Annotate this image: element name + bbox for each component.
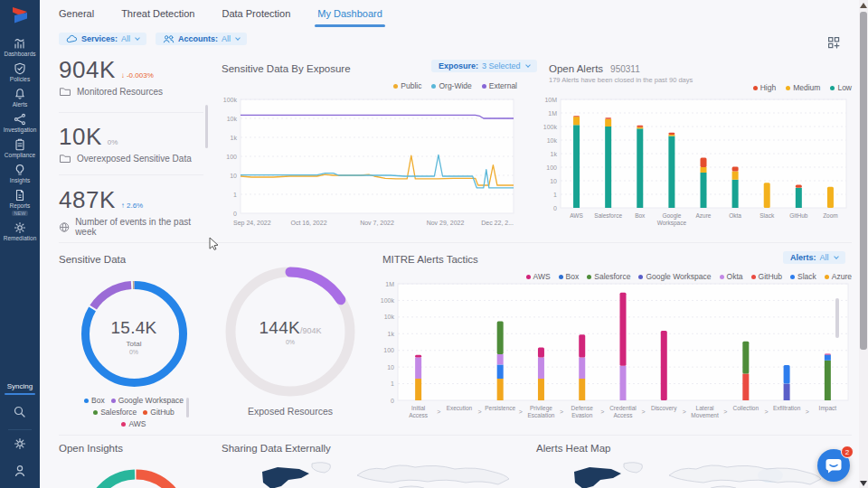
search-button[interactable] xyxy=(13,405,27,423)
svg-text:Defense: Defense xyxy=(571,405,594,411)
stats-scrollbar[interactable] xyxy=(205,105,208,148)
sidebar-item-alerts[interactable]: Alerts xyxy=(13,88,28,108)
legend-item[interactable]: GitHub xyxy=(143,408,174,417)
svg-text:1k: 1k xyxy=(231,135,238,141)
svg-text:1: 1 xyxy=(553,192,557,198)
chevron-down-icon xyxy=(135,35,140,41)
tab-general[interactable]: General xyxy=(59,0,94,27)
people-icon xyxy=(163,34,175,43)
svg-text:Movement: Movement xyxy=(691,412,719,418)
svg-text:Persistence: Persistence xyxy=(485,405,515,411)
svg-text:10: 10 xyxy=(550,178,557,184)
alerts-heatmap-map xyxy=(533,461,834,488)
svg-text:>: > xyxy=(764,408,768,415)
mitre-bar-chart: 01101001k10k100k1MInitialAccess>Executio… xyxy=(374,278,854,427)
sidebar-item-remediation[interactable]: Remediation xyxy=(4,221,37,241)
exposure-dropdown[interactable]: Exposure: 3 Selected xyxy=(431,60,537,72)
divider xyxy=(59,174,203,175)
legend-item[interactable]: AWS xyxy=(121,419,146,428)
svg-text:1k: 1k xyxy=(551,151,558,157)
sidebar-item-label: Alerts xyxy=(13,101,28,108)
svg-text:Google: Google xyxy=(662,212,681,220)
mitre-alerts-dropdown[interactable]: Alerts: All xyxy=(783,251,845,264)
app-logo[interactable] xyxy=(8,5,32,32)
syncing-progress-bar xyxy=(5,393,35,396)
svg-text:>: > xyxy=(519,408,523,415)
profile-button[interactable] xyxy=(13,464,27,482)
svg-text:0: 0 xyxy=(553,205,557,211)
legend-item[interactable]: Medium xyxy=(786,83,820,92)
settings-button[interactable] xyxy=(13,436,27,455)
divider xyxy=(59,112,203,113)
add-widget-button[interactable] xyxy=(828,36,840,52)
exposure-line-chart: 01101001k10k100kSep 24, 2022Oct 16, 2022… xyxy=(217,92,517,230)
svg-text:Azure: Azure xyxy=(696,212,712,219)
exposed-resources-gauge xyxy=(224,266,356,398)
app-root: Dashboards Policies Alerts Investigation xyxy=(0,0,868,488)
folder-icon xyxy=(59,154,71,164)
open-insights-donut xyxy=(57,464,215,488)
svg-text:100k: 100k xyxy=(543,124,558,130)
svg-text:10: 10 xyxy=(230,173,237,179)
stat-monitored-resources: 904K ↓ -0.003% Monitored Resources xyxy=(59,58,205,97)
legend-item[interactable]: Public xyxy=(393,81,421,90)
tab-data-protection[interactable]: Data Protection xyxy=(222,0,290,27)
scroll-down-arrow[interactable] xyxy=(860,481,867,486)
divider xyxy=(8,429,32,430)
sidebar-item-label: Investigation xyxy=(4,127,37,133)
svg-text:100: 100 xyxy=(226,154,237,160)
dashboards-icon xyxy=(14,37,26,50)
legend-item[interactable]: Org-Wide xyxy=(431,81,471,90)
world-map xyxy=(222,461,522,488)
legend-scrollbar[interactable] xyxy=(186,398,189,418)
exposure-dropdown-label: Exposure: xyxy=(439,61,478,70)
svg-text:10: 10 xyxy=(387,364,394,371)
scrollbar-thumb[interactable] xyxy=(860,12,867,350)
lightbulb-icon xyxy=(14,164,26,176)
sidebar-item-investigation[interactable]: Investigation xyxy=(4,113,37,133)
stat-value: 904K xyxy=(59,58,116,81)
page-scrollbar[interactable] xyxy=(859,0,868,488)
services-filter[interactable]: Services: All xyxy=(59,33,146,45)
svg-text:Oct 16, 2022: Oct 16, 2022 xyxy=(290,220,326,226)
tab-threat-detection[interactable]: Threat Detection xyxy=(121,0,194,27)
open-alerts-header: Open Alerts 950311 xyxy=(549,63,640,74)
tab-my-dashboard[interactable]: My Dashboard xyxy=(317,0,382,27)
svg-text:Nov 29, 2022: Nov 29, 2022 xyxy=(427,220,465,226)
chat-unread-badge: 2 xyxy=(841,446,854,458)
svg-text:Access: Access xyxy=(409,412,429,418)
sidebar-item-insights[interactable]: Insights xyxy=(10,164,30,183)
mitre-dropdown-value: All xyxy=(820,253,829,262)
sidebar-item-dashboards[interactable]: Dashboards xyxy=(4,37,35,57)
svg-text:>: > xyxy=(642,408,646,415)
stat-overexposed-data: 10K 0% Overexposed Sensitive Data xyxy=(59,125,205,164)
svg-text:10k: 10k xyxy=(227,116,238,122)
stat-delta: 0% xyxy=(108,138,118,146)
accounts-filter[interactable]: Accounts: All xyxy=(156,33,247,45)
svg-text:Exfiltration: Exfiltration xyxy=(773,405,801,411)
sidebar-item-compliance[interactable]: Compliance xyxy=(5,138,35,158)
sidebar-item-policies[interactable]: Policies xyxy=(10,62,30,82)
divider xyxy=(59,435,852,436)
globe-icon xyxy=(59,221,70,233)
open-alerts-count: 950311 xyxy=(610,64,640,74)
svg-text:Box: Box xyxy=(635,212,646,219)
legend-item[interactable]: Google Workspace xyxy=(111,396,184,405)
mitre-scrollbar[interactable] xyxy=(835,298,839,338)
svg-text:10M: 10M xyxy=(544,97,557,103)
document-icon xyxy=(14,189,26,202)
svg-text:10k: 10k xyxy=(547,137,558,144)
legend-item[interactable]: Low xyxy=(830,83,852,92)
legend-item[interactable]: External xyxy=(482,81,517,90)
network-icon xyxy=(14,113,26,126)
legend-item[interactable]: Box xyxy=(84,396,105,405)
scroll-up-arrow[interactable] xyxy=(860,3,867,8)
svg-text:Salesforce: Salesforce xyxy=(594,212,622,219)
accounts-filter-label: Accounts: xyxy=(178,34,218,43)
svg-text:>: > xyxy=(437,408,440,415)
mouse-cursor xyxy=(209,237,222,256)
svg-text:0: 0 xyxy=(391,398,394,404)
sidebar-item-reports[interactable]: Reports NEW xyxy=(10,189,31,216)
legend-item[interactable]: Salesforce xyxy=(93,408,137,417)
legend-item[interactable]: High xyxy=(753,83,776,92)
